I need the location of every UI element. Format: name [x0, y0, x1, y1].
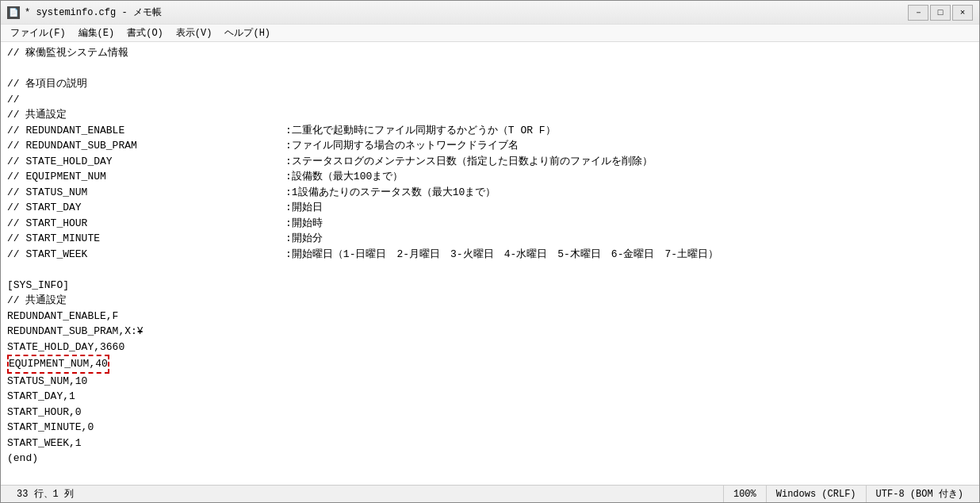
window-title: * systeminfo.cfg - メモ帳 [25, 6, 162, 19]
editor-line: START_MINUTE,0 [7, 420, 973, 436]
editor-line: // 各項目の説明 [7, 76, 973, 92]
status-line-ending: Windows (CRLF) [766, 486, 866, 502]
menu-edit[interactable]: 編集(E) [72, 25, 121, 41]
editor-line: // START_MINUTE :開始分 [7, 231, 973, 247]
editor-line: // REDUNDANT_ENABLE :二重化で起動時にファイル同期するかどう… [7, 123, 973, 139]
editor-line [7, 61, 973, 77]
editor-line: // 共通設定 [7, 293, 973, 309]
title-bar-left: 📄 * systeminfo.cfg - メモ帳 [7, 6, 162, 19]
maximize-button[interactable]: □ [930, 5, 951, 21]
menu-view[interactable]: 表示(V) [170, 25, 219, 41]
editor-line: // EQUIPMENT_NUM :設備数（最大100まで） [7, 169, 973, 185]
content-area: // 稼働監視システム情報 // 各項目の説明 // // 共通設定 // RE… [1, 42, 979, 485]
editor-line: // STATE_HOLD_DAY :ステータスログのメンテナンス日数（指定した… [7, 154, 973, 170]
main-window: 📄 * systeminfo.cfg - メモ帳 － □ × ファイル(F) 編… [0, 0, 980, 503]
editor-line: // START_DAY :開始日 [7, 200, 973, 216]
title-buttons: － □ × [908, 5, 973, 21]
editor-line: START_HOUR,0 [7, 405, 973, 420]
editor-line: // START_WEEK :開始曜日（1-日曜日 2-月曜日 3-火曜日 4-… [7, 247, 973, 263]
status-bar: 33 行、1 列 100% Windows (CRLF) UTF-8 (BOM … [1, 485, 979, 502]
editor-line: (end) [7, 451, 973, 467]
editor-line: // START_HOUR :開始時 [7, 216, 973, 232]
editor-line: STATUS_NUM,10 [7, 374, 973, 390]
editor-line: // [7, 92, 973, 108]
app-icon: 📄 [7, 6, 20, 19]
menu-bar: ファイル(F) 編集(E) 書式(O) 表示(V) ヘルプ(H) [1, 25, 979, 42]
highlighted-line: EQUIPMENT_NUM,40 [7, 355, 109, 374]
editor-line: // REDUNDANT_SUB_PRAM :ファイル同期する場合のネットワーク… [7, 138, 973, 154]
minimize-button[interactable]: － [908, 5, 928, 21]
editor-line: STATE_HOLD_DAY,3660 [7, 340, 973, 355]
editor-line: [SYS_INFO] [7, 278, 973, 294]
editor-line: START_WEEK,1 [7, 436, 973, 451]
menu-help[interactable]: ヘルプ(H) [218, 25, 277, 41]
status-position: 33 行、1 列 [7, 486, 83, 502]
menu-format[interactable]: 書式(O) [121, 25, 170, 41]
editor-line: // STATUS_NUM :1設備あたりのステータス数（最大10まで） [7, 185, 973, 201]
status-encoding: UTF-8 (BOM 付き) [866, 486, 973, 502]
text-editor[interactable]: // 稼働監視システム情報 // 各項目の説明 // // 共通設定 // RE… [1, 42, 979, 485]
editor-line: // 稼働監視システム情報 [7, 45, 973, 61]
editor-line: // 共通設定 [7, 107, 973, 123]
editor-line: EQUIPMENT_NUM,40 [7, 355, 973, 374]
title-bar: 📄 * systeminfo.cfg - メモ帳 － □ × [1, 1, 979, 25]
menu-file[interactable]: ファイル(F) [4, 25, 72, 41]
close-button[interactable]: × [952, 5, 973, 21]
editor-line: REDUNDANT_SUB_PRAM,X:¥ [7, 324, 973, 340]
editor-line: START_DAY,1 [7, 389, 973, 405]
editor-line: REDUNDANT_ENABLE,F [7, 309, 973, 324]
editor-line [7, 262, 973, 278]
status-zoom: 100% [723, 486, 766, 502]
